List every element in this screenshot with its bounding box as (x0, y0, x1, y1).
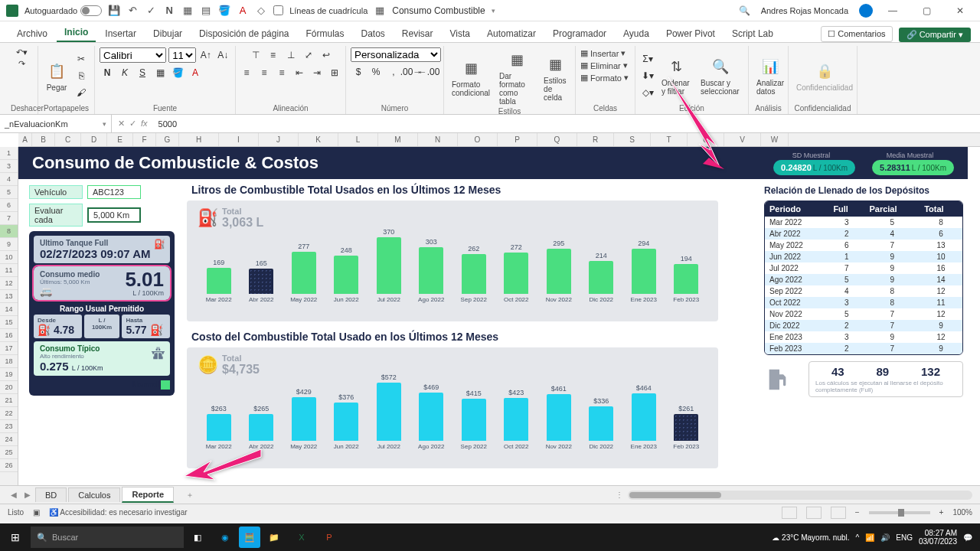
notifications-icon[interactable]: 💬 (963, 533, 972, 542)
qat-icon[interactable]: ◇ (255, 5, 267, 17)
tray-chevron-icon[interactable]: ^ (856, 533, 860, 542)
excel-taskbar-icon[interactable]: X (288, 523, 315, 551)
tab-scriptlab[interactable]: Script Lab (724, 25, 781, 42)
orientation-button[interactable]: ⤢ (301, 47, 316, 63)
evaluar-input[interactable]: 5,000 Km (87, 207, 141, 223)
user-name[interactable]: Andres Rojas Moncada (761, 6, 848, 15)
volume-icon[interactable]: 🔊 (880, 533, 890, 542)
search-icon[interactable]: 🔍 (739, 5, 750, 16)
autosum-button[interactable]: Σ▾ (640, 51, 655, 67)
merge-button[interactable]: ⊞ (327, 65, 342, 80)
row-headers[interactable]: 1345678910111213141516171819202122232425… (0, 147, 18, 485)
zoom-slider[interactable] (869, 511, 930, 514)
align-center-button[interactable]: ≡ (256, 65, 272, 80)
underline-button[interactable]: S (135, 65, 150, 80)
currency-button[interactable]: $ (351, 64, 366, 80)
tab-dibujar[interactable]: Dibujar (145, 25, 190, 42)
worksheet[interactable]: ABCDEFGHIJKLMNOPQRSTUVW 1345678910111213… (0, 133, 980, 485)
autosave-toggle[interactable]: Autoguardado (24, 5, 102, 16)
format-cells-button[interactable]: ▦ Formato ▾ (580, 72, 630, 83)
clear-button[interactable]: ◇▾ (640, 85, 655, 100)
start-button[interactable]: ⊞ (0, 531, 31, 543)
new-sheet-button[interactable]: ＋ (183, 490, 197, 500)
decrease-decimal-button[interactable]: ←.00 (421, 64, 436, 80)
sensitivity-button[interactable]: 🔒Confidencialidad (793, 59, 856, 93)
qat-icon[interactable]: N (163, 5, 175, 17)
tab-datos[interactable]: Datos (354, 25, 393, 42)
qat-icon[interactable]: ✓ (145, 5, 157, 17)
tab-formulas[interactable]: Fórmulas (298, 25, 351, 42)
comments-button[interactable]: ☐ Comentarios (821, 26, 892, 42)
qat-icon[interactable]: 🪣 (218, 5, 230, 17)
gridlines-checkbox[interactable] (273, 5, 283, 15)
fill-button[interactable]: ⬇▾ (640, 68, 655, 83)
font-select[interactable]: Calibri (100, 47, 166, 63)
tab-revisar[interactable]: Revisar (394, 25, 441, 42)
wifi-icon[interactable]: 📶 (865, 533, 874, 542)
undo-button[interactable]: ↶▾ (16, 47, 28, 57)
border-button[interactable]: ▦ (152, 65, 168, 80)
qat-icon[interactable]: A (237, 5, 249, 17)
qat-icon[interactable]: ▤ (200, 5, 212, 17)
font-size-select[interactable]: 11 (168, 47, 196, 63)
cancel-icon[interactable]: ✕ (118, 119, 125, 129)
cut-button[interactable]: ✂ (74, 51, 89, 67)
fx-icon[interactable]: fx (141, 119, 148, 129)
page-layout-view-button[interactable] (806, 507, 822, 519)
qat-icon[interactable]: ▦ (181, 5, 194, 17)
sheet-tab-reporte[interactable]: Reporte (122, 487, 174, 503)
qat-icon[interactable]: ▦ (374, 5, 386, 17)
sheet-tab-calculos[interactable]: Calculos (68, 487, 120, 502)
page-break-view-button[interactable] (831, 507, 846, 519)
comma-button[interactable]: , (386, 64, 401, 80)
percent-button[interactable]: % (368, 64, 384, 80)
sheet-tab-bd[interactable]: BD (35, 487, 67, 502)
minimize-button[interactable]: — (879, 0, 906, 21)
cell-styles-button[interactable]: ▦Estilos de celda (541, 52, 570, 103)
delete-cells-button[interactable]: ▦ Eliminar ▾ (580, 60, 630, 71)
paste-button[interactable]: 📋Pegar (43, 59, 70, 93)
toggle-icon[interactable] (80, 5, 102, 16)
format-painter-button[interactable]: 🖌 (74, 85, 89, 100)
user-avatar-icon[interactable] (859, 4, 873, 18)
tab-disposicion[interactable]: Disposición de página (191, 25, 296, 42)
share-button[interactable]: 🔗 Compartir ▾ (899, 28, 971, 42)
increase-decimal-button[interactable]: .00→ (403, 64, 419, 80)
clock[interactable]: 08:27 AM03/07/2023 (919, 529, 957, 546)
indent-inc-button[interactable]: ⇥ (309, 65, 325, 80)
save-icon[interactable]: 💾 (108, 5, 120, 17)
tab-powerpivot[interactable]: Power Pivot (658, 25, 723, 42)
analyze-data-button[interactable]: 📊Analizar datos (753, 54, 787, 97)
taskbar-search[interactable]: 🔍 Buscar (31, 527, 184, 548)
conditional-format-button[interactable]: ▦Formato condicional (449, 56, 493, 99)
zoom-in-button[interactable]: + (939, 508, 944, 517)
tab-archivo[interactable]: Archivo (9, 25, 55, 42)
vehiculo-input[interactable]: ABC123 (87, 185, 141, 199)
qat-icon[interactable]: ↶ (126, 5, 139, 17)
align-left-button[interactable]: ≡ (239, 65, 254, 80)
redo-button[interactable]: ↷ (18, 59, 25, 69)
wrap-text-button[interactable]: ↩ (318, 47, 334, 63)
tab-insertar[interactable]: Insertar (97, 25, 144, 42)
task-view-icon[interactable]: ◧ (184, 523, 211, 551)
language-indicator[interactable]: ENG (896, 533, 913, 542)
zoom-out-button[interactable]: − (855, 508, 860, 517)
file-explorer-icon[interactable]: 📁 (260, 523, 288, 551)
edge-icon[interactable]: ◉ (211, 523, 239, 551)
align-right-button[interactable]: ≡ (274, 65, 289, 80)
sheet-nav-prev[interactable]: ◀ (8, 491, 20, 499)
sheet-nav-next[interactable]: ▶ (21, 491, 34, 499)
tab-automatizar[interactable]: Automatizar (479, 25, 544, 42)
powerpoint-icon[interactable]: P (315, 523, 343, 551)
format-as-table-button[interactable]: ▦Dar formato como tabla (496, 47, 537, 107)
macro-icon[interactable]: ▣ (33, 508, 40, 517)
calculator-icon[interactable]: 🧮 (239, 527, 260, 548)
bold-button[interactable]: N (100, 65, 115, 80)
weather-widget[interactable]: ☁ 23°C Mayorm. nubl. (772, 533, 849, 542)
increase-font-button[interactable]: A↑ (198, 47, 213, 63)
number-format-select[interactable]: Personalizada (351, 47, 441, 62)
tab-inicio[interactable]: Inicio (57, 24, 96, 42)
maximize-button[interactable]: ▢ (913, 0, 940, 21)
insert-cells-vbutton[interactable]: ▦ Insertar ▾ (580, 47, 630, 59)
decrease-font-button[interactable]: A↓ (216, 47, 230, 63)
